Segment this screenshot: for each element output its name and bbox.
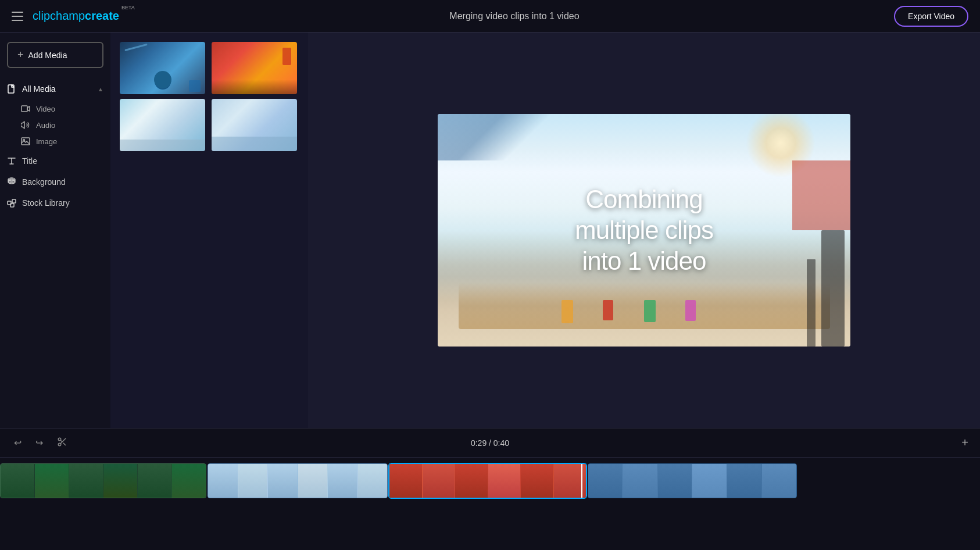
timeline-clip-2[interactable] — [208, 463, 388, 498]
audio-icon — [21, 120, 30, 130]
sidebar: + Add Media All Media ▲ Video — [0, 33, 110, 428]
video-preview: Combining multiple clips into 1 video — [438, 114, 850, 347]
sidebar-item-label-title: Title — [22, 156, 37, 166]
sidebar-item-label-video: Video — [36, 105, 55, 113]
svg-rect-1 — [22, 106, 27, 112]
sidebar-item-audio[interactable]: Audio — [14, 117, 110, 133]
stock-icon — [7, 198, 16, 208]
media-thumb-1[interactable] — [120, 42, 205, 94]
top-navigation: clipchamp create BETA Merging video clip… — [0, 0, 980, 33]
sidebar-sub-items: Video Audio Image — [0, 101, 110, 149]
add-media-label: Add Media — [28, 51, 67, 60]
svg-rect-8 — [12, 199, 16, 203]
scissors-button[interactable] — [55, 434, 70, 452]
logo-beta: BETA — [121, 5, 135, 10]
image-icon — [21, 137, 30, 146]
overlay-text-line2: into 1 video — [582, 246, 706, 274]
sidebar-item-title[interactable]: Title — [0, 152, 110, 170]
media-thumb-3[interactable] — [120, 99, 205, 151]
timeline-clip-4[interactable] — [588, 463, 797, 498]
background-icon — [7, 177, 16, 187]
nav-left: clipchamp create BETA — [12, 9, 135, 23]
overlay-text-line1: Combining multiple clips — [575, 185, 713, 244]
video-icon — [21, 104, 30, 113]
svg-line-13 — [63, 442, 66, 445]
video-preview-area: Combining multiple clips into 1 video — [308, 33, 980, 428]
chevron-up-icon: ▲ — [98, 86, 103, 92]
svg-line-14 — [60, 440, 62, 442]
title-icon — [7, 156, 16, 166]
file-icon — [7, 84, 16, 94]
logo-create: create — [85, 9, 119, 23]
playhead: COMBINING MULTI... — [581, 463, 582, 498]
timeline-clip-1[interactable] — [0, 463, 206, 498]
media-thumb-2[interactable] — [212, 42, 297, 94]
timeline-tracks: COMBINING MULTI... — [0, 458, 980, 550]
media-thumb-4[interactable] — [212, 99, 297, 151]
sidebar-item-all-media[interactable]: All Media ▲ — [0, 80, 110, 98]
sidebar-item-label-background: Background — [22, 177, 66, 187]
content-area: + Add Media All Media ▲ Video — [0, 33, 980, 428]
hamburger-icon[interactable] — [12, 12, 23, 21]
timeline-time-display: 0:29 / 0:40 — [471, 438, 509, 448]
project-title: Merging video clips into 1 video — [449, 11, 579, 22]
plus-icon: + — [17, 49, 24, 61]
sidebar-item-video[interactable]: Video — [14, 101, 110, 117]
video-overlay-text: Combining multiple clips into 1 video — [541, 184, 747, 276]
sidebar-item-image[interactable]: Image — [14, 133, 110, 149]
undo-button[interactable]: ↩ — [12, 435, 24, 451]
sidebar-item-stock-library[interactable]: Stock Library — [0, 194, 110, 212]
sidebar-item-background[interactable]: Background — [0, 173, 110, 191]
app-logo: clipchamp create BETA — [33, 9, 135, 23]
media-panel — [110, 33, 308, 428]
sidebar-item-label-stock: Stock Library — [22, 198, 70, 208]
sidebar-item-label-audio: Audio — [36, 121, 55, 130]
sidebar-item-label-image: Image — [36, 137, 57, 146]
redo-button[interactable]: ↪ — [33, 435, 45, 451]
logo-clipchamp: clipchamp — [33, 9, 85, 23]
video-background: Combining multiple clips into 1 video — [438, 114, 850, 347]
timeline-clip-3[interactable]: COMBINING MULTI... — [389, 463, 586, 498]
svg-point-10 — [58, 438, 61, 441]
add-media-button[interactable]: + Add Media — [7, 42, 103, 68]
export-button[interactable]: Export Video — [894, 6, 968, 27]
timeline-toolbar: ↩ ↪ 0:29 / 0:40 + — [0, 428, 980, 458]
timeline-area: ↩ ↪ 0:29 / 0:40 + — [0, 428, 980, 550]
sidebar-item-label-all-media: All Media — [22, 84, 56, 94]
svg-point-11 — [58, 443, 61, 446]
media-grid — [120, 42, 299, 151]
timeline-add-button[interactable]: + — [961, 436, 968, 449]
track-clips-row: COMBINING MULTI... — [0, 463, 980, 498]
